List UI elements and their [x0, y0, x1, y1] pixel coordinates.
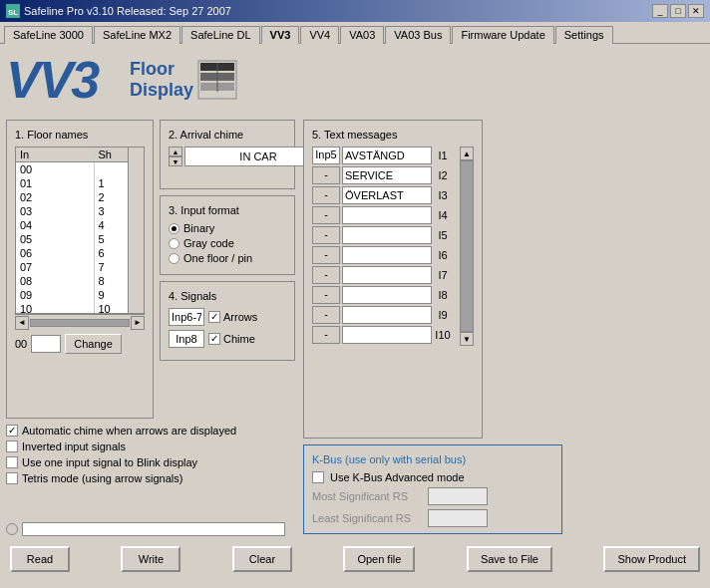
tab-vv3[interactable]: VV3 [261, 26, 300, 44]
table-row: 00 [16, 162, 144, 177]
close-button[interactable]: ✕ [688, 4, 704, 18]
chime-arrows: ▲ ▼ [169, 147, 182, 166]
kbus-msrs-input[interactable] [428, 487, 488, 505]
signal-checkbox-1[interactable] [208, 311, 220, 323]
floor-in-cell: 05 [16, 232, 94, 246]
msg-prefix-label: - [312, 206, 340, 224]
blink-display-label: Use one input signal to Blink display [22, 456, 197, 468]
clear-button[interactable]: Clear [232, 546, 292, 572]
checkboxes-area: Automatic chime when arrows are displaye… [6, 425, 285, 488]
radio-onefloor[interactable] [169, 253, 179, 264]
msg-number: I10 [434, 326, 452, 344]
check-row-1: Automatic chime when arrows are displaye… [6, 425, 285, 437]
radio-binary[interactable] [169, 223, 179, 234]
kbus-lsrs-input[interactable] [428, 509, 488, 527]
scroll-track [30, 319, 130, 327]
floor-in-cell: 00 [16, 162, 94, 177]
signal-row-2: Chime [169, 330, 286, 348]
signal-checkbox-2[interactable] [208, 333, 220, 345]
list-item: -I4 [312, 206, 458, 224]
tab-firmware[interactable]: Firmware Update [452, 26, 553, 44]
list-item: -I3 [312, 186, 458, 204]
messages-inner: Inp5I1-I2-I3-I4-I5-I6-I7-I8-I9-I10 ▲ ▼ [312, 147, 474, 346]
msg-number: I1 [434, 147, 452, 164]
radio-graycode[interactable] [169, 238, 179, 249]
tab-safelinedl[interactable]: SafeLine DL [181, 26, 260, 44]
msg-text-input[interactable] [342, 266, 432, 284]
signal-check-label-1: Arrows [223, 311, 257, 323]
chime-up-btn[interactable]: ▲ [169, 147, 182, 156]
msg-prefix-label: Inp5 [312, 147, 340, 164]
show-product-button[interactable]: Show Product [603, 546, 699, 572]
msg-text-input[interactable] [342, 186, 432, 204]
progress-indicator [6, 523, 18, 535]
floor-in-cell: 07 [16, 260, 94, 274]
msg-scroll-down[interactable]: ▼ [460, 332, 474, 346]
text-messages-panel: 5. Text messages Inp5I1-I2-I3-I4-I5-I6-I… [303, 120, 483, 439]
table-row: 022 [16, 190, 144, 204]
tab-safelinemx2[interactable]: SafeLine MX2 [94, 26, 180, 44]
msg-text-input[interactable] [342, 306, 432, 324]
floor-jump-label: 00 [15, 338, 27, 350]
save-to-file-button[interactable]: Save to File [467, 546, 552, 572]
arrival-chime-title: 2. Arrival chime [169, 129, 286, 141]
minimize-button[interactable]: _ [652, 4, 668, 18]
chime-down-btn[interactable]: ▼ [169, 156, 182, 166]
kbus-panel: K-Bus (use only with serial bus) Use K-B… [303, 444, 562, 534]
inverted-input-checkbox[interactable] [6, 441, 18, 452]
list-item: -I8 [312, 286, 458, 304]
msg-number: I4 [434, 206, 452, 224]
floor-in-cell: 06 [16, 246, 94, 260]
kbus-checkbox[interactable] [312, 471, 324, 483]
msg-prefix-label: - [312, 186, 340, 204]
msg-text-input[interactable] [342, 226, 432, 244]
msg-scroll-up[interactable]: ▲ [460, 147, 474, 160]
maximize-button[interactable]: □ [670, 4, 686, 18]
svg-text:SL: SL [8, 8, 18, 17]
radio-graycode-row: Gray code [169, 237, 286, 249]
radio-graycode-label: Gray code [183, 237, 234, 249]
msg-text-input[interactable] [342, 326, 432, 344]
open-file-button[interactable]: Open file [343, 546, 415, 572]
scroll-left-btn[interactable]: ◄ [15, 316, 29, 330]
msg-number: I7 [434, 266, 452, 284]
floor-names-panel: 1. Floor names In Sh 0001102203304405506… [6, 120, 154, 419]
read-button[interactable]: Read [10, 546, 70, 572]
msg-text-input[interactable] [342, 166, 432, 184]
logo-area: VV3 Floor Display [6, 50, 275, 110]
floor-vertical-scrollbar[interactable] [128, 147, 144, 313]
signal-input-1[interactable] [169, 308, 204, 326]
floor-in-cell: 03 [16, 204, 94, 218]
floor-in-cell: 09 [16, 288, 94, 302]
check-row-3: Use one input signal to Blink display [6, 456, 285, 468]
radio-binary-row: Binary [169, 222, 286, 234]
tab-va03bus[interactable]: VA03 Bus [385, 26, 451, 44]
msg-text-input[interactable] [342, 286, 432, 304]
table-row: 055 [16, 232, 144, 246]
msg-text-input[interactable] [342, 206, 432, 224]
msg-text-input[interactable] [342, 147, 432, 164]
app-title: Safeline Pro v3.10 Released: Sep 27 2007 [24, 5, 231, 17]
write-button[interactable]: Write [121, 546, 180, 572]
floor-jump-input[interactable] [31, 335, 61, 353]
floor-in-cell: 08 [16, 274, 94, 288]
tab-va03[interactable]: VA03 [340, 26, 384, 44]
signals-panel: 4. Signals Arrows Chime [160, 281, 295, 361]
msg-text-input[interactable] [342, 246, 432, 264]
scroll-right-btn[interactable]: ► [131, 316, 145, 330]
kbus-lsrs-row: Least Significant RS [312, 509, 553, 527]
tab-vv4[interactable]: VV4 [300, 26, 339, 44]
tab-settings[interactable]: Settings [555, 26, 613, 44]
check-row-4: Tetris mode (using arrow signals) [6, 472, 285, 484]
signal-input-2[interactable] [169, 330, 204, 348]
auto-chime-checkbox[interactable] [6, 425, 18, 437]
change-button[interactable]: Change [65, 334, 122, 354]
tab-safeline3000[interactable]: SafeLine 3000 [4, 26, 93, 44]
blink-display-checkbox[interactable] [6, 456, 18, 468]
table-row: 011 [16, 176, 144, 190]
table-row: 066 [16, 246, 144, 260]
svg-point-8 [214, 92, 220, 98]
msg-scroll-track [460, 160, 474, 332]
msg-prefix-label: - [312, 166, 340, 184]
tetris-mode-checkbox[interactable] [6, 472, 18, 484]
